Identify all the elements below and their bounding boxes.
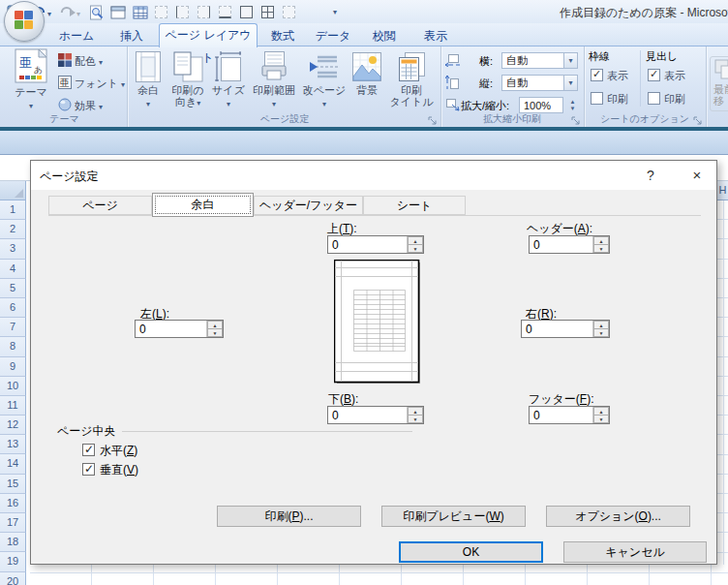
row-header[interactable]: 11 xyxy=(0,396,26,416)
bottom-margin-value[interactable]: 0 xyxy=(328,407,407,423)
gridlines-print-checkbox[interactable]: 印刷 xyxy=(591,92,628,105)
spin-down-icon[interactable] xyxy=(408,245,423,253)
spin-up-icon[interactable] xyxy=(593,236,609,245)
tab-home[interactable]: ホーム xyxy=(46,26,106,46)
border-bottom-icon[interactable] xyxy=(219,6,231,18)
spin-down-icon[interactable] xyxy=(593,329,609,337)
sheet-options-dialog-launcher[interactable] xyxy=(693,115,703,125)
scale-spinner[interactable]: ▲▼ xyxy=(567,97,578,113)
bring-forward-button[interactable]: 最前 移 xyxy=(710,56,728,111)
scale-height-combo[interactable]: 自動 xyxy=(501,75,578,91)
themes-button[interactable]: 亜 あ テーマ xyxy=(6,48,56,111)
spin-up-icon[interactable] xyxy=(207,321,223,329)
spin-up-icon[interactable] xyxy=(593,321,609,329)
tab-insert[interactable]: 挿入 xyxy=(106,26,157,46)
right-margin-value[interactable]: 0 xyxy=(522,321,592,337)
tab-page-layout[interactable]: ページ レイアウト xyxy=(159,23,258,47)
top-margin-value[interactable]: 0 xyxy=(328,236,407,253)
row-header[interactable]: 14 xyxy=(0,454,26,474)
row-header[interactable]: 12 xyxy=(0,416,26,435)
tab-review[interactable]: 校閲 xyxy=(360,26,409,46)
row-header[interactable]: 13 xyxy=(0,435,26,454)
toolbar-overflow-icon[interactable]: ▾ xyxy=(333,8,337,16)
row-header[interactable]: 8 xyxy=(0,337,26,356)
spin-down-icon[interactable] xyxy=(207,329,223,337)
row-header[interactable]: 1 xyxy=(0,200,26,220)
top-margin-field[interactable]: 0 xyxy=(327,235,424,254)
spin-up-icon[interactable] xyxy=(408,236,423,245)
headings-view-checkbox[interactable]: 表示 xyxy=(648,69,685,81)
select-all-corner[interactable] xyxy=(0,181,26,200)
dialog-tab-header-footer[interactable]: ヘッダー/フッター xyxy=(254,196,363,215)
scale-dialog-launcher[interactable] xyxy=(571,115,581,125)
horizontal-checkbox[interactable] xyxy=(82,444,95,456)
headings-print-checkbox[interactable]: 印刷 xyxy=(648,92,685,105)
spin-down-icon[interactable] xyxy=(593,416,609,423)
left-margin-value[interactable]: 0 xyxy=(136,321,206,337)
spin-up-icon[interactable] xyxy=(593,407,609,416)
border-dashed-icon[interactable] xyxy=(155,6,167,18)
cancel-button[interactable]: キャンセル xyxy=(563,541,707,563)
theme-colors-button[interactable]: 配色 xyxy=(58,51,103,71)
dialog-title-bar[interactable] xyxy=(31,161,716,190)
size-button[interactable]: サイズ xyxy=(210,48,247,109)
row-header[interactable]: 18 xyxy=(0,533,26,552)
chevron-down-icon[interactable] xyxy=(563,76,577,90)
print-button[interactable]: 印刷(P)... xyxy=(217,506,361,527)
office-button[interactable] xyxy=(4,1,45,42)
border-left-icon[interactable] xyxy=(176,6,189,18)
close-icon[interactable]: × xyxy=(682,164,713,187)
spin-down-icon[interactable] xyxy=(593,245,609,253)
row-header[interactable]: 15 xyxy=(0,475,26,494)
left-margin-field[interactable]: 0 xyxy=(135,320,224,338)
scale-width-combo[interactable]: 自動 xyxy=(501,52,578,69)
header-margin-field[interactable]: 0 xyxy=(529,235,610,254)
tab-data[interactable]: データ xyxy=(308,26,358,46)
spin-up-icon[interactable] xyxy=(408,407,423,416)
dialog-tab-margins[interactable]: 余白 xyxy=(152,193,254,217)
print-preview-icon[interactable] xyxy=(87,4,105,20)
dialog-tab-page[interactable]: ページ xyxy=(48,196,152,215)
table-icon[interactable] xyxy=(132,4,149,20)
chevron-down-icon[interactable] xyxy=(563,53,577,68)
header-margin-value[interactable]: 0 xyxy=(530,236,592,253)
row-header[interactable]: 20 xyxy=(0,572,26,585)
spin-down-icon[interactable] xyxy=(408,416,423,423)
row-header[interactable]: 19 xyxy=(0,552,26,571)
print-titles-button[interactable]: 印刷 タイトル xyxy=(386,48,437,108)
row-header[interactable]: 4 xyxy=(0,260,26,279)
chevron-down-icon[interactable]: ▾ xyxy=(47,10,51,18)
new-window-icon[interactable] xyxy=(109,4,127,20)
options-button[interactable]: オプション(O)... xyxy=(546,506,690,527)
row-header[interactable]: 16 xyxy=(0,494,26,513)
scale-value-box[interactable]: 100% xyxy=(519,97,563,113)
help-button[interactable]: ? xyxy=(637,164,664,187)
breaks-button[interactable]: 改ページ xyxy=(301,48,348,109)
row-header[interactable]: 3 xyxy=(0,239,26,259)
row-header[interactable]: 10 xyxy=(0,377,26,396)
border-right-icon[interactable] xyxy=(197,6,210,18)
page-setup-dialog-launcher[interactable] xyxy=(428,115,438,125)
ok-button[interactable]: OK xyxy=(399,541,543,563)
margins-button[interactable]: 余白 xyxy=(131,48,166,109)
border-all-icon[interactable] xyxy=(261,6,274,18)
vertical-checkbox[interactable] xyxy=(82,463,95,476)
theme-fonts-button[interactable]: 亜 フォント xyxy=(58,74,125,93)
row-header[interactable]: 7 xyxy=(0,318,26,337)
row-header[interactable]: 5 xyxy=(0,279,26,298)
footer-margin-field[interactable]: 0 xyxy=(529,406,610,424)
footer-margin-value[interactable]: 0 xyxy=(530,407,592,423)
bottom-margin-field[interactable]: 0 xyxy=(327,406,424,424)
tab-formulas[interactable]: 数式 xyxy=(259,26,306,46)
print-area-button[interactable]: 印刷範囲 xyxy=(247,48,301,109)
background-button[interactable]: 背景 xyxy=(348,48,386,96)
row-header[interactable]: 9 xyxy=(0,357,26,377)
row-header[interactable]: 6 xyxy=(0,298,26,318)
row-header[interactable]: 2 xyxy=(0,220,26,239)
row-header[interactable]: 17 xyxy=(0,513,26,533)
column-header-h[interactable]: H xyxy=(717,181,728,200)
tab-view[interactable]: 表示 xyxy=(412,26,459,46)
gridlines-view-checkbox[interactable]: 表示 xyxy=(591,69,628,81)
redo-icon[interactable] xyxy=(58,4,76,20)
border-none-icon[interactable] xyxy=(283,6,295,18)
